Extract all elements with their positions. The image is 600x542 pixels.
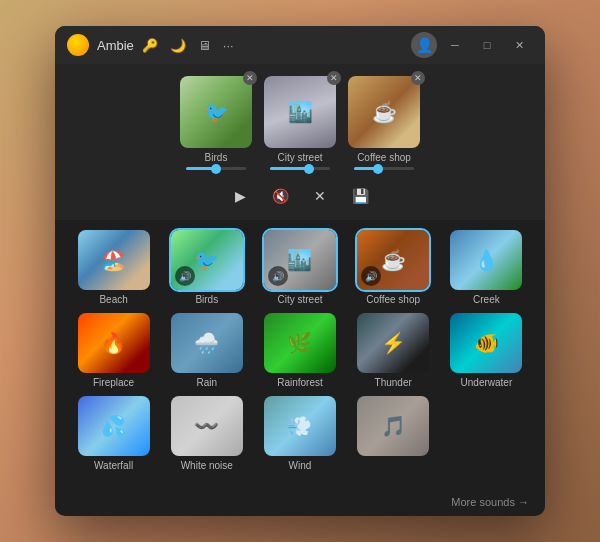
active-cards: 🐦 ✕ Birds 🏙️ ✕ City street bbox=[180, 76, 420, 170]
key-icon[interactable]: 🔑 bbox=[142, 38, 158, 53]
close-citystreet-button[interactable]: ✕ bbox=[327, 71, 341, 85]
sound-thumb-content-creek: 💧 bbox=[450, 230, 522, 290]
coffeeshop-thumb-content: ☕ bbox=[348, 76, 420, 148]
sound-label-thunder: Thunder bbox=[375, 377, 412, 388]
active-card-citystreet-label: City street bbox=[277, 152, 322, 163]
sound-label-rainforest: Rainforest bbox=[277, 377, 323, 388]
sound-label-whitenoise: White noise bbox=[181, 460, 233, 471]
sound-thumb-content-misc: 🎵 bbox=[357, 396, 429, 456]
sound-thumb-content-underwater: 🐠 bbox=[450, 313, 522, 373]
sound-thumb-content-whitenoise: 〰️ bbox=[171, 396, 243, 456]
sound-item-thunder[interactable]: ⚡Thunder bbox=[351, 313, 436, 388]
active-card-citystreet-img: 🏙️ bbox=[264, 76, 336, 148]
sound-thumb-beach: 🏖️ bbox=[78, 230, 150, 290]
playback-controls: ▶ 🔇 ✕ 💾 bbox=[228, 178, 372, 212]
sound-label-citystreet: City street bbox=[277, 294, 322, 305]
citystreet-thumb-content: 🏙️ bbox=[264, 76, 336, 148]
sound-thumb-content-wind: 💨 bbox=[264, 396, 336, 456]
sound-item-citystreet[interactable]: 🏙️🔊City street bbox=[257, 230, 342, 305]
sound-thumb-underwater: 🐠 bbox=[450, 313, 522, 373]
title-bar-icons: 🔑 🌙 🖥 ··· bbox=[142, 38, 234, 53]
sound-thumb-fireplace: 🔥 bbox=[78, 313, 150, 373]
active-card-citystreet-slider[interactable] bbox=[270, 167, 330, 170]
mute-button[interactable]: 🔇 bbox=[268, 184, 292, 208]
active-card-coffeeshop-slider[interactable] bbox=[354, 167, 414, 170]
sound-thumb-coffeeshop: ☕🔊 bbox=[357, 230, 429, 290]
sound-thumb-content-thunder: ⚡ bbox=[357, 313, 429, 373]
more-options-icon[interactable]: ··· bbox=[223, 38, 234, 53]
sound-thumb-waterfall: 💦 bbox=[78, 396, 150, 456]
sound-thumb-rain: 🌧️ bbox=[171, 313, 243, 373]
sound-label-rain: Rain bbox=[197, 377, 218, 388]
monitor-icon[interactable]: 🖥 bbox=[198, 38, 211, 53]
sound-label-waterfall: Waterfall bbox=[94, 460, 133, 471]
active-card-birds-label: Birds bbox=[205, 152, 228, 163]
active-card-coffeeshop: ☕ ✕ Coffee shop bbox=[348, 76, 420, 170]
sound-label-coffeeshop: Coffee shop bbox=[366, 294, 420, 305]
coffeeshop-slider-thumb[interactable] bbox=[373, 164, 383, 174]
sound-thumb-content-rain: 🌧️ bbox=[171, 313, 243, 373]
sound-label-birds: Birds bbox=[195, 294, 218, 305]
sound-label-creek: Creek bbox=[473, 294, 500, 305]
app-title: Ambie bbox=[97, 38, 134, 53]
active-card-coffeeshop-label: Coffee shop bbox=[357, 152, 411, 163]
sound-label-fireplace: Fireplace bbox=[93, 377, 134, 388]
maximize-button[interactable]: □ bbox=[473, 31, 501, 59]
close-coffeeshop-button[interactable]: ✕ bbox=[411, 71, 425, 85]
sound-label-underwater: Underwater bbox=[461, 377, 513, 388]
app-window: Ambie 🔑 🌙 🖥 ··· 👤 ─ □ ✕ 🐦 ✕ Birds bbox=[55, 26, 545, 516]
sound-thumb-content-rainforest: 🌿 bbox=[264, 313, 336, 373]
birds-thumb-content: 🐦 bbox=[180, 76, 252, 148]
close-button[interactable]: ✕ bbox=[505, 31, 533, 59]
active-card-coffeeshop-img: ☕ bbox=[348, 76, 420, 148]
sound-thumb-wind: 💨 bbox=[264, 396, 336, 456]
title-bar: Ambie 🔑 🌙 🖥 ··· 👤 ─ □ ✕ bbox=[55, 26, 545, 64]
citystreet-slider-thumb[interactable] bbox=[304, 164, 314, 174]
sound-thumb-birds: 🐦🔊 bbox=[171, 230, 243, 290]
minimize-button[interactable]: ─ bbox=[441, 31, 469, 59]
sound-thumb-content-fireplace: 🔥 bbox=[78, 313, 150, 373]
sound-thumb-whitenoise: 〰️ bbox=[171, 396, 243, 456]
sound-volume-icon-birds: 🔊 bbox=[175, 266, 195, 286]
active-card-citystreet: 🏙️ ✕ City street bbox=[264, 76, 336, 170]
more-sounds-link[interactable]: More sounds → bbox=[55, 492, 545, 516]
active-card-birds: 🐦 ✕ Birds bbox=[180, 76, 252, 170]
window-controls: 👤 ─ □ ✕ bbox=[403, 31, 533, 59]
birds-slider-thumb[interactable] bbox=[211, 164, 221, 174]
sounds-grid-container: 🏖️Beach🐦🔊Birds🏙️🔊City street☕🔊Coffee sho… bbox=[71, 230, 529, 471]
sound-item-birds[interactable]: 🐦🔊Birds bbox=[164, 230, 249, 305]
profile-icon[interactable]: 👤 bbox=[411, 32, 437, 58]
close-birds-button[interactable]: ✕ bbox=[243, 71, 257, 85]
sound-item-fireplace[interactable]: 🔥Fireplace bbox=[71, 313, 156, 388]
sound-thumb-misc: 🎵 bbox=[357, 396, 429, 456]
sound-item-whitenoise[interactable]: 〰️White noise bbox=[164, 396, 249, 471]
sound-item-waterfall[interactable]: 💦Waterfall bbox=[71, 396, 156, 471]
sound-label-wind: Wind bbox=[289, 460, 312, 471]
sound-item-creek[interactable]: 💧Creek bbox=[444, 230, 529, 305]
active-card-birds-img: 🐦 bbox=[180, 76, 252, 148]
sounds-grid: 🏖️Beach🐦🔊Birds🏙️🔊City street☕🔊Coffee sho… bbox=[55, 220, 545, 492]
save-button[interactable]: 💾 bbox=[348, 184, 372, 208]
play-button[interactable]: ▶ bbox=[228, 184, 252, 208]
sound-item-rainforest[interactable]: 🌿Rainforest bbox=[257, 313, 342, 388]
sound-item-beach[interactable]: 🏖️Beach bbox=[71, 230, 156, 305]
sound-item-coffeeshop[interactable]: ☕🔊Coffee shop bbox=[351, 230, 436, 305]
active-card-birds-slider[interactable] bbox=[186, 167, 246, 170]
sound-label-beach: Beach bbox=[99, 294, 127, 305]
sound-thumb-rainforest: 🌿 bbox=[264, 313, 336, 373]
sound-thumb-content-beach: 🏖️ bbox=[78, 230, 150, 290]
sound-thumb-citystreet: 🏙️🔊 bbox=[264, 230, 336, 290]
moon-icon[interactable]: 🌙 bbox=[170, 38, 186, 53]
sound-item-rain[interactable]: 🌧️Rain bbox=[164, 313, 249, 388]
sound-thumb-thunder: ⚡ bbox=[357, 313, 429, 373]
app-icon bbox=[67, 34, 89, 56]
stop-button[interactable]: ✕ bbox=[308, 184, 332, 208]
sound-thumb-creek: 💧 bbox=[450, 230, 522, 290]
sound-item-misc[interactable]: 🎵 bbox=[351, 396, 436, 471]
title-bar-left: Ambie 🔑 🌙 🖥 ··· bbox=[67, 34, 403, 56]
sound-item-underwater[interactable]: 🐠Underwater bbox=[444, 313, 529, 388]
active-section: 🐦 ✕ Birds 🏙️ ✕ City street bbox=[55, 64, 545, 220]
sound-volume-icon-citystreet: 🔊 bbox=[268, 266, 288, 286]
sound-item-wind[interactable]: 💨Wind bbox=[257, 396, 342, 471]
sound-thumb-content-waterfall: 💦 bbox=[78, 396, 150, 456]
